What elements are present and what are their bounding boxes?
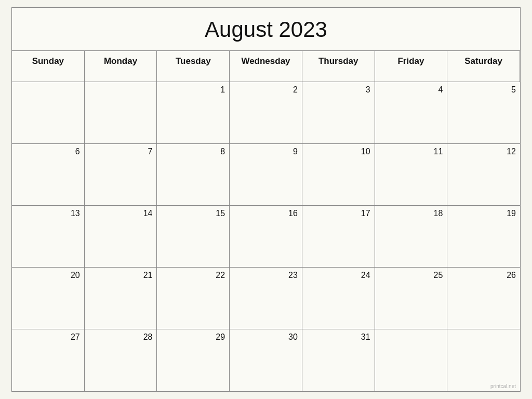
day-number: 17 xyxy=(305,209,370,218)
day-number: 24 xyxy=(305,271,370,280)
day-number: 26 xyxy=(450,271,516,280)
calendar-title: August 2023 xyxy=(17,17,515,42)
day-number: 3 xyxy=(305,85,370,95)
day-number: 5 xyxy=(450,85,516,95)
day-number: 11 xyxy=(378,147,443,156)
calendar-day-cell: 31 xyxy=(302,329,375,391)
calendar-day-cell: 6 xyxy=(12,144,85,206)
calendar-day-cell: 15 xyxy=(157,206,230,268)
calendar-day-cell: 13 xyxy=(12,206,85,268)
day-number: 6 xyxy=(15,147,80,156)
calendar-day-cell: 29 xyxy=(157,329,230,391)
calendar-day-cell xyxy=(12,82,85,144)
day-number: 31 xyxy=(305,332,370,342)
watermark: printcal.net xyxy=(490,383,516,389)
day-number: 30 xyxy=(233,332,298,342)
day-number: 9 xyxy=(233,147,298,156)
day-number: 29 xyxy=(160,332,225,342)
calendar-day-cell: 8 xyxy=(157,144,230,206)
calendar-day-cell: 26 xyxy=(447,268,520,329)
day-number: 4 xyxy=(378,85,443,95)
day-header-sunday: Sunday xyxy=(12,51,85,82)
day-number: 1 xyxy=(160,85,225,95)
day-number: 18 xyxy=(378,209,443,218)
day-number: 23 xyxy=(233,271,298,280)
calendar-day-cell: 27 xyxy=(12,329,85,391)
day-header-saturday: Saturday xyxy=(447,51,520,82)
day-number: 20 xyxy=(15,271,80,280)
calendar-day-cell: 28 xyxy=(85,329,157,391)
day-number: 13 xyxy=(15,209,80,218)
calendar: August 2023 SundayMondayTuesdayWednesday… xyxy=(11,7,521,392)
day-number: 14 xyxy=(88,209,153,218)
day-number: 28 xyxy=(88,332,153,342)
calendar-grid: SundayMondayTuesdayWednesdayThursdayFrid… xyxy=(12,51,520,391)
calendar-day-cell: 5 xyxy=(447,82,520,144)
calendar-day-cell: 24 xyxy=(302,268,375,329)
calendar-day-cell: 21 xyxy=(85,268,157,329)
calendar-day-cell: printcal.net xyxy=(447,329,520,391)
calendar-day-cell: 20 xyxy=(12,268,85,329)
day-number: 22 xyxy=(160,271,225,280)
day-number: 27 xyxy=(15,332,80,342)
day-header-thursday: Thursday xyxy=(302,51,375,82)
calendar-day-cell: 17 xyxy=(302,206,375,268)
calendar-title-row: August 2023 xyxy=(12,8,520,51)
day-number: 19 xyxy=(450,209,516,218)
calendar-day-cell: 30 xyxy=(230,329,302,391)
day-number: 2 xyxy=(233,85,298,95)
calendar-day-cell: 23 xyxy=(230,268,302,329)
day-number: 12 xyxy=(450,147,516,156)
calendar-day-cell: 3 xyxy=(302,82,375,144)
day-number: 16 xyxy=(233,209,298,218)
calendar-day-cell: 2 xyxy=(230,82,302,144)
day-number: 8 xyxy=(160,147,225,156)
calendar-day-cell: 11 xyxy=(375,144,448,206)
day-header-wednesday: Wednesday xyxy=(230,51,302,82)
calendar-day-cell: 19 xyxy=(447,206,520,268)
day-number: 10 xyxy=(305,147,370,156)
day-number: 21 xyxy=(88,271,153,280)
calendar-day-cell: 4 xyxy=(375,82,448,144)
calendar-day-cell: 16 xyxy=(230,206,302,268)
calendar-day-cell: 12 xyxy=(447,144,520,206)
calendar-day-cell: 7 xyxy=(85,144,157,206)
day-header-monday: Monday xyxy=(85,51,157,82)
calendar-day-cell: 25 xyxy=(375,268,448,329)
day-header-friday: Friday xyxy=(375,51,448,82)
calendar-day-cell: 14 xyxy=(85,206,157,268)
calendar-day-cell: 18 xyxy=(375,206,448,268)
calendar-day-cell: 9 xyxy=(230,144,302,206)
day-number: 7 xyxy=(88,147,153,156)
calendar-day-cell xyxy=(375,329,448,391)
calendar-day-cell xyxy=(85,82,157,144)
day-header-tuesday: Tuesday xyxy=(157,51,230,82)
calendar-day-cell: 1 xyxy=(157,82,230,144)
day-number: 15 xyxy=(160,209,225,218)
day-number: 25 xyxy=(378,271,443,280)
calendar-day-cell: 10 xyxy=(302,144,375,206)
calendar-day-cell: 22 xyxy=(157,268,230,329)
